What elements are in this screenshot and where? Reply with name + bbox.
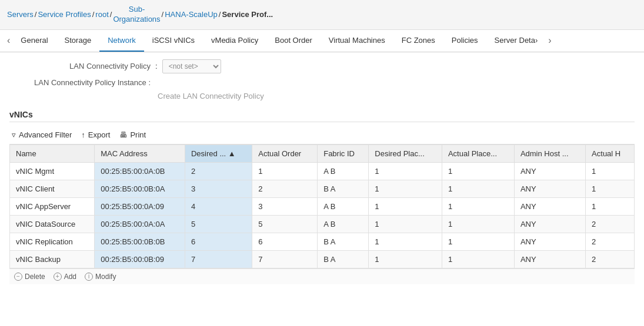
advanced-filter-button[interactable]: ▿ Advanced Filter — [12, 130, 72, 139]
export-icon: ↑ — [81, 130, 85, 139]
content-area: LAN Connectivity Policy : <not set> LAN … — [0, 52, 644, 291]
col-admin-host[interactable]: Admin Host ... — [514, 144, 585, 162]
tab-policies[interactable]: Policies — [443, 30, 486, 52]
tab-general[interactable]: General — [12, 30, 56, 52]
table-row[interactable]: vNIC DataSource00:25:B5:00:0A:0A55A B11A… — [10, 215, 635, 233]
lan-policy-select-wrap: <not set> — [162, 59, 221, 73]
export-button[interactable]: ↑ Export — [81, 130, 110, 139]
table-row[interactable]: vNIC Client00:25:B5:00:0B:0A32B A11ANY1 — [10, 180, 635, 197]
col-name[interactable]: Name — [10, 144, 95, 162]
modify-icon: i — [85, 273, 93, 281]
lan-policy-label: LAN Connectivity Policy — [33, 62, 151, 70]
delete-button[interactable]: − Delete — [14, 273, 45, 281]
col-actual-h[interactable]: Actual H — [586, 144, 635, 162]
add-button[interactable]: + Add — [54, 273, 76, 281]
vnics-title: vNICs — [9, 110, 635, 122]
col-desired-plac[interactable]: Desired Plac... — [369, 144, 442, 162]
lan-instance-row: LAN Connectivity Policy Instance : — [33, 78, 635, 87]
tab-server-deta[interactable]: Server Deta› — [486, 30, 546, 52]
breadcrumb: Servers / Service Profiles / root / Sub-… — [0, 0, 644, 30]
print-icon: 🖶 — [119, 130, 127, 139]
vnics-section: vNICs ▿ Advanced Filter ↑ Export 🖶 Print… — [9, 110, 635, 284]
breadcrumb-hana[interactable]: HANA-ScaleUp — [165, 10, 218, 19]
tab-prev-button[interactable]: ‹ — [5, 31, 12, 50]
tab-virtual-machines[interactable]: Virtual Machines — [321, 30, 393, 52]
tab-network[interactable]: Network — [99, 30, 144, 52]
breadcrumb-sep-2: / — [92, 10, 95, 19]
breadcrumb-sep-5: / — [219, 10, 221, 19]
delete-icon: − — [14, 273, 22, 281]
create-link-row: Create LAN Connectivity Policy — [33, 92, 635, 100]
add-icon: + — [54, 273, 62, 281]
tab-fc-zones[interactable]: FC Zones — [393, 30, 443, 52]
tab-boot-order[interactable]: Boot Order — [266, 30, 321, 52]
lan-policy-section: LAN Connectivity Policy : <not set> LAN … — [9, 59, 635, 100]
lan-policy-row: LAN Connectivity Policy : <not set> — [33, 59, 635, 73]
modify-label: Modify — [95, 273, 116, 281]
advanced-filter-label: Advanced Filter — [19, 130, 72, 139]
tab-storage[interactable]: Storage — [56, 30, 100, 52]
tab-next-button[interactable]: › — [546, 31, 553, 50]
breadcrumb-sep-3: / — [110, 10, 112, 19]
table-row[interactable]: vNIC AppServer00:25:B5:00:0A:0943A B11AN… — [10, 197, 635, 215]
breadcrumb-sep-4: / — [162, 10, 164, 19]
lan-instance-label: LAN Connectivity Policy Instance : — [33, 78, 151, 87]
breadcrumb-root[interactable]: root — [95, 10, 108, 19]
tab-vmedia-policy[interactable]: vMedia Policy — [203, 30, 266, 52]
col-mac[interactable]: MAC Address — [95, 144, 185, 162]
vnics-action-bar: − Delete + Add i Modify — [9, 268, 635, 284]
col-actual-order[interactable]: Actual Order — [252, 144, 318, 162]
print-label: Print — [130, 130, 146, 139]
table-row[interactable]: vNIC Backup00:25:B5:00:0B:0977B A11ANY2 — [10, 250, 635, 268]
modify-button[interactable]: i Modify — [85, 273, 116, 281]
breadcrumb-service-profiles[interactable]: Service Profiles — [38, 10, 91, 19]
breadcrumb-sep-1: / — [35, 10, 37, 19]
vnics-toolbar: ▿ Advanced Filter ↑ Export 🖶 Print — [9, 126, 635, 144]
delete-label: Delete — [25, 273, 45, 281]
col-fabric-id[interactable]: Fabric ID — [318, 144, 369, 162]
tabs-bar: ‹ General Storage Network iSCSI vNICs vM… — [0, 30, 644, 52]
tab-iscsi-vnics[interactable]: iSCSI vNICs — [144, 30, 203, 52]
table-row[interactable]: vNIC Replication00:25:B5:00:0B:0B66B A11… — [10, 233, 635, 250]
breadcrumb-sub-orgs[interactable]: Sub- Organizations — [113, 5, 160, 25]
breadcrumb-current: Service Prof... — [222, 10, 273, 19]
print-button[interactable]: 🖶 Print — [119, 130, 146, 139]
breadcrumb-servers[interactable]: Servers — [7, 10, 34, 19]
lan-colon: : — [155, 62, 158, 70]
add-label: Add — [64, 273, 76, 281]
col-desired[interactable]: Desired ... ▲ — [185, 144, 252, 162]
export-label: Export — [88, 130, 111, 139]
lan-policy-select[interactable]: <not set> — [162, 59, 221, 73]
vnics-table: Name MAC Address Desired ... ▲ Actual Or… — [9, 144, 635, 268]
filter-icon: ▿ — [12, 130, 16, 139]
table-row[interactable]: vNIC Mgmt00:25:B5:00:0A:0B21A B11ANY1 — [10, 162, 635, 180]
col-actual-plac[interactable]: Actual Place... — [442, 144, 514, 162]
table-header-row: Name MAC Address Desired ... ▲ Actual Or… — [10, 144, 635, 162]
create-lan-policy-link[interactable]: Create LAN Connectivity Policy — [155, 92, 264, 100]
